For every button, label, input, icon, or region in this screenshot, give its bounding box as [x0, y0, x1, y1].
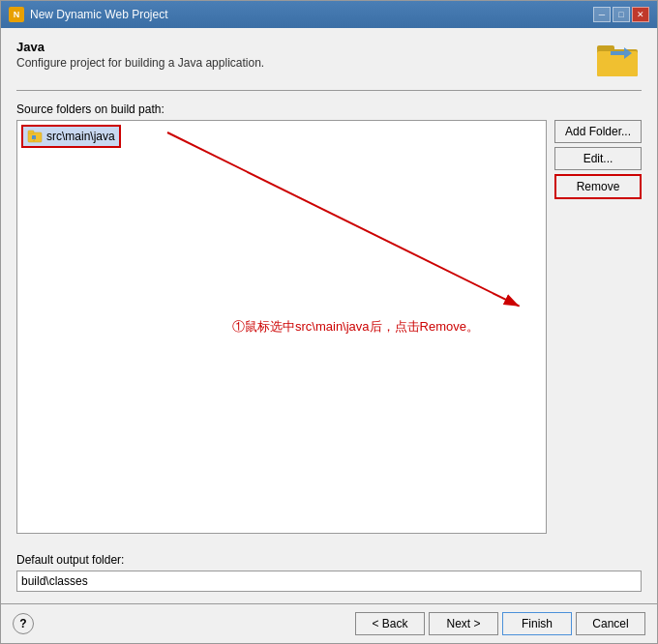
add-folder-button[interactable]: Add Folder... — [554, 120, 642, 143]
source-folder-icon: J — [27, 129, 43, 144]
next-button[interactable]: Next > — [429, 612, 498, 635]
close-button[interactable]: ✕ — [632, 7, 649, 22]
svg-rect-3 — [597, 45, 614, 51]
source-folders-tree[interactable]: J src\main\java ①鼠标选中src\main\java后，点击Re… — [16, 120, 547, 534]
header-section: Java Configure project for building a Ja… — [16, 40, 642, 78]
source-folders-label: Source folders on build path: — [16, 102, 642, 116]
dialog-content: Java Configure project for building a Ja… — [1, 28, 657, 603]
back-button[interactable]: < Back — [355, 612, 425, 635]
header-text: Java Configure project for building a Ja… — [16, 40, 264, 70]
edit-button[interactable]: Edit... — [554, 147, 642, 170]
minimize-button[interactable]: ─ — [593, 7, 611, 22]
cancel-button[interactable]: Cancel — [576, 612, 645, 635]
bottom-bar: ? < Back Next > Finish Cancel — [1, 603, 657, 643]
output-folder-input[interactable] — [16, 571, 642, 592]
divider — [16, 90, 642, 91]
annotation-text: ①鼠标选中src\main\java后，点击Remove。 — [232, 318, 479, 336]
maximize-button[interactable]: □ — [613, 7, 630, 22]
main-area: J src\main\java ①鼠标选中src\main\java后，点击Re… — [16, 120, 642, 534]
side-buttons-panel: Add Folder... Edit... Remove — [554, 120, 642, 534]
dialog-window: N New Dynamic Web Project ─ □ ✕ Java Con… — [0, 0, 658, 644]
window-icon: N — [9, 7, 24, 22]
svg-rect-6 — [611, 51, 624, 55]
window-controls: ─ □ ✕ — [593, 7, 649, 22]
finish-button[interactable]: Finish — [502, 612, 572, 635]
help-button[interactable]: ? — [13, 613, 34, 634]
tree-item-label: src\main\java — [46, 130, 115, 143]
remove-button[interactable]: Remove — [554, 174, 642, 199]
svg-rect-8 — [28, 131, 34, 133]
window-title: New Dynamic Web Project — [30, 8, 593, 21]
output-label: Default output folder: — [16, 553, 642, 567]
section-title: Java — [16, 40, 264, 54]
folder-icon — [595, 40, 642, 78]
title-bar: N New Dynamic Web Project ─ □ ✕ — [1, 1, 657, 28]
svg-line-12 — [167, 132, 520, 307]
svg-text:N: N — [14, 10, 20, 19]
tree-item-src-main-java[interactable]: J src\main\java — [21, 125, 121, 148]
output-section: Default output folder: — [16, 553, 642, 592]
section-subtitle: Configure project for building a Java ap… — [16, 56, 264, 70]
